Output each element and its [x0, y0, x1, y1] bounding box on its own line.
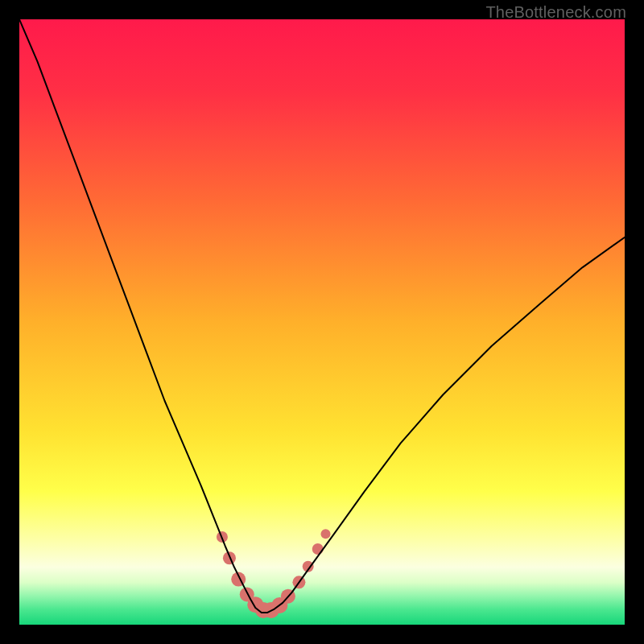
chart-plot-area — [19, 19, 625, 625]
curve-marker — [223, 551, 236, 564]
curve-marker — [321, 529, 331, 539]
bottleneck-chart — [19, 19, 625, 625]
curve-marker — [312, 543, 324, 555]
watermark-text: TheBottleneck.com — [485, 3, 626, 22]
